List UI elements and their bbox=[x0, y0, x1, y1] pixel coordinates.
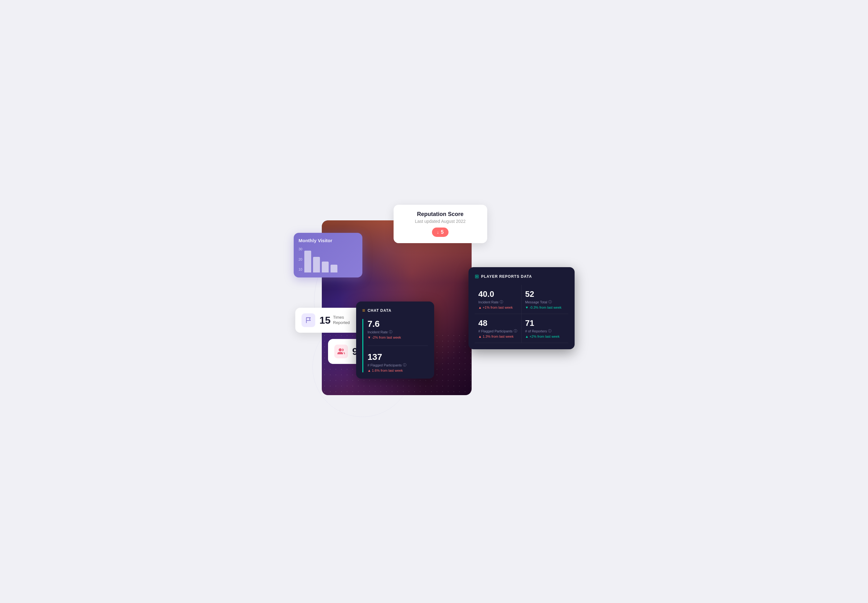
pr-cell-incident-rate: 40.0 Incident Rate ⓘ ▲ +1% from last wee… bbox=[475, 285, 522, 314]
monthly-visitor-card: Monthly Visitor 30 20 10 bbox=[294, 233, 362, 277]
times-reported-num-label: 15 Times Reported bbox=[320, 315, 350, 326]
up-arrow-icon-1: ▲ bbox=[368, 369, 371, 373]
pr-reporters-label: # of Reporters bbox=[525, 329, 547, 333]
users-svg bbox=[337, 348, 345, 355]
pr-message-total-change-text: from last week bbox=[539, 306, 562, 309]
pr-incident-rate-change-text: from last week bbox=[491, 306, 513, 309]
mv-y-label-20: 20 bbox=[299, 258, 303, 261]
mv-bar-2 bbox=[313, 257, 320, 272]
pr-reporters-label-row: # of Reporters ⓘ bbox=[525, 329, 565, 333]
monthly-visitor-title: Monthly Visitor bbox=[299, 238, 357, 243]
mv-y-label-10: 10 bbox=[299, 268, 303, 271]
chat-incident-rate-info: ⓘ bbox=[389, 329, 392, 334]
player-reports-title: PLAYER REPORTS DATA bbox=[481, 274, 532, 279]
pr-message-total-label-row: Message Total ⓘ bbox=[525, 300, 565, 304]
chat-flagged-change: ▲ 1.6% from last week bbox=[368, 369, 428, 373]
chat-data-icon: ≡ bbox=[362, 308, 365, 313]
times-reported-line1: Times bbox=[333, 315, 344, 320]
pr-flagged-info: ⓘ bbox=[514, 329, 517, 333]
pr-reporters-change: ▲ +2% from last week bbox=[525, 335, 565, 338]
pr-flagged-value: 48 bbox=[479, 319, 517, 328]
users-icon bbox=[334, 345, 348, 358]
pr-flagged-change: ▲ 1.3% from last week bbox=[479, 335, 517, 338]
flag-icon bbox=[301, 313, 315, 327]
chat-data-title: CHAT DATA bbox=[368, 308, 391, 313]
chat-data-panel: ≡ CHAT DATA 7.6 Incident Rate ⓘ ▼ -2% fr… bbox=[356, 302, 434, 379]
times-reported-info: 15 Times Reported bbox=[320, 315, 350, 326]
pr-incident-rate-label-row: Incident Rate ⓘ bbox=[479, 300, 517, 304]
chat-incident-rate-pct: -2% bbox=[372, 336, 378, 339]
pr-message-total-info: ⓘ bbox=[548, 300, 552, 304]
pr-incident-rate-pct: +1% bbox=[482, 306, 490, 309]
pr-flagged-change-text: from last week bbox=[491, 335, 513, 338]
player-reports-grid: 40.0 Incident Rate ⓘ ▲ +1% from last wee… bbox=[475, 285, 568, 343]
reputation-card: Reputation Score Last updated August 202… bbox=[394, 205, 487, 243]
reputation-subtitle: Last updated August 2022 bbox=[401, 219, 480, 224]
pr-reporters-pct: +2% bbox=[529, 335, 536, 338]
pr-message-total-value: 52 bbox=[525, 289, 565, 299]
chat-data-content: 7.6 Incident Rate ⓘ ▼ -2% from last week… bbox=[362, 319, 428, 373]
pr-message-total-change: ▼ -0.3% from last week bbox=[525, 306, 565, 309]
mv-bar-4 bbox=[331, 265, 337, 272]
mv-y-label-30: 30 bbox=[299, 247, 303, 251]
chat-data-header: ≡ CHAT DATA bbox=[362, 308, 428, 313]
chat-incident-rate-label: Incident Rate bbox=[368, 330, 388, 334]
svg-point-0 bbox=[339, 349, 341, 351]
reputation-title: Reputation Score bbox=[401, 211, 480, 218]
pr-flagged-label: # Flagged Participants bbox=[479, 329, 513, 333]
chat-metric-incident-rate: 7.6 Incident Rate ⓘ ▼ -2% from last week bbox=[368, 319, 428, 339]
pr-up-arrow-2: ▲ bbox=[479, 335, 482, 338]
pr-message-total-pct: -0.3% bbox=[529, 306, 538, 309]
times-reported-line2: Reported bbox=[333, 320, 349, 325]
reputation-badge: ↓ 5 bbox=[432, 227, 449, 237]
chat-incident-rate-value: 7.6 bbox=[368, 319, 428, 329]
pr-down-arrow-1: ▼ bbox=[525, 306, 529, 309]
chat-flagged-value: 137 bbox=[368, 352, 428, 362]
pr-message-total-label: Message Total bbox=[525, 300, 547, 304]
player-reports-header: ⊞ PLAYER REPORTS DATA bbox=[475, 274, 568, 279]
pr-cell-message-total: 52 Message Total ⓘ ▼ -0.3% from last wee… bbox=[522, 285, 568, 314]
flag-svg bbox=[305, 317, 312, 324]
chat-incident-rate-label-row: Incident Rate ⓘ bbox=[368, 329, 428, 334]
mv-bar-1 bbox=[304, 250, 311, 272]
pr-incident-rate-label: Incident Rate bbox=[479, 300, 499, 304]
down-arrow-icon: ▼ bbox=[368, 336, 371, 339]
chat-flagged-change-text: from last week bbox=[380, 369, 403, 373]
mv-bars bbox=[304, 250, 357, 272]
times-reported-number: 15 bbox=[320, 315, 331, 326]
pr-incident-rate-info: ⓘ bbox=[500, 300, 503, 304]
pr-cell-reporters: 71 # of Reporters ⓘ ▲ +2% from last week bbox=[522, 314, 568, 343]
scene: Monthly Visitor 30 20 10 15 bbox=[294, 205, 575, 398]
pr-reporters-value: 71 bbox=[525, 319, 565, 328]
mv-y-axis: 30 20 10 bbox=[299, 247, 303, 272]
pr-incident-rate-change: ▲ +1% from last week bbox=[479, 306, 517, 309]
pr-incident-rate-value: 40.0 bbox=[479, 289, 517, 299]
pr-cell-flagged-participants: 48 # Flagged Participants ⓘ ▲ 1.3% from … bbox=[475, 314, 522, 343]
chat-flagged-info: ⓘ bbox=[403, 363, 406, 367]
pr-up-arrow-1: ▲ bbox=[479, 306, 482, 309]
chat-flagged-label-row: # Flagged Participants ⓘ bbox=[368, 363, 428, 367]
chat-metrics-list: 7.6 Incident Rate ⓘ ▼ -2% from last week… bbox=[368, 319, 428, 373]
chat-incident-rate-change-text: from last week bbox=[379, 336, 401, 339]
pr-flagged-label-row: # Flagged Participants ⓘ bbox=[479, 329, 517, 333]
pr-up-arrow-3: ▲ bbox=[525, 335, 529, 338]
chat-incident-rate-change: ▼ -2% from last week bbox=[368, 336, 428, 339]
times-reported-label: Times Reported bbox=[333, 315, 349, 326]
reputation-arrow: ↓ bbox=[437, 230, 439, 235]
mv-bar-3 bbox=[322, 261, 329, 272]
chat-flagged-label: # Flagged Participants bbox=[368, 363, 402, 367]
chat-divider-1 bbox=[368, 345, 428, 346]
chat-flagged-pct: 1.6% bbox=[372, 369, 380, 373]
chat-metric-flagged: 137 # Flagged Participants ⓘ ▲ 1.6% from… bbox=[368, 352, 428, 373]
reputation-score: 5 bbox=[441, 229, 444, 235]
pr-reporters-change-text: from last week bbox=[537, 335, 560, 338]
player-reports-icon: ⊞ bbox=[475, 274, 479, 279]
player-reports-panel: ⊞ PLAYER REPORTS DATA 40.0 Incident Rate… bbox=[468, 267, 575, 349]
pr-reporters-info: ⓘ bbox=[548, 329, 551, 333]
pr-flagged-pct: 1.3% bbox=[482, 335, 490, 338]
